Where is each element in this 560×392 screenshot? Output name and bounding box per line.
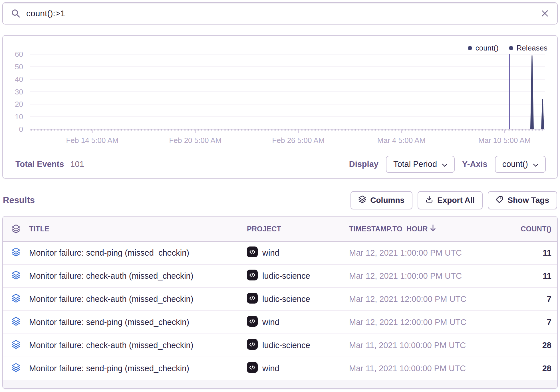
show-tags-button-label: Show Tags bbox=[507, 196, 549, 205]
column-header-timestamp-label: TIMESTAMP.TO_HOUR bbox=[349, 225, 428, 233]
svg-text:10: 10 bbox=[15, 112, 23, 121]
timestamp-value: Mar 12, 2021 12:00:00 PM UTC bbox=[349, 294, 466, 304]
chart-legend: count() Releases bbox=[468, 44, 547, 52]
results-table: TITLE PROJECT TIMESTAMP.TO_HOUR COUNT() … bbox=[2, 216, 558, 389]
event-title-link[interactable]: Monitor failure: send-ping (missed_check… bbox=[29, 248, 189, 258]
chart-footer: Total Events 101 Display Total Period Y-… bbox=[3, 150, 557, 178]
legend-label-count: count() bbox=[476, 44, 499, 52]
yaxis-select[interactable]: count() bbox=[495, 156, 546, 173]
event-stack-icon[interactable] bbox=[12, 270, 20, 282]
project-name[interactable]: wind bbox=[262, 364, 279, 373]
project-name[interactable]: wind bbox=[262, 248, 279, 258]
timestamp-value: Mar 12, 2021 1:00:00 PM UTC bbox=[349, 271, 462, 281]
event-stack-icon[interactable] bbox=[12, 340, 20, 351]
show-tags-button[interactable]: Show Tags bbox=[488, 191, 557, 209]
svg-text:30: 30 bbox=[15, 88, 23, 96]
discover-page: count():>1 0102030405060Feb 14 5:00 AMFe… bbox=[0, 0, 560, 391]
columns-button[interactable]: Columns bbox=[350, 191, 412, 209]
layers-icon bbox=[358, 195, 366, 205]
event-stack-icon[interactable] bbox=[12, 317, 20, 328]
table-header-row: TITLE PROJECT TIMESTAMP.TO_HOUR COUNT() bbox=[3, 217, 557, 242]
svg-text:Feb 26 5:00 AM: Feb 26 5:00 AM bbox=[272, 136, 325, 145]
svg-text:50: 50 bbox=[15, 62, 23, 71]
search-icon bbox=[11, 9, 21, 18]
display-select[interactable]: Total Period bbox=[386, 156, 455, 173]
svg-text:Mar 4 5:00 AM: Mar 4 5:00 AM bbox=[377, 136, 426, 145]
timestamp-value: Mar 12, 2021 12:00:00 PM UTC bbox=[349, 318, 466, 327]
count-value: 11 bbox=[543, 271, 551, 281]
results-title: Results bbox=[3, 195, 35, 205]
download-icon bbox=[426, 196, 433, 205]
event-stack-icon[interactable] bbox=[12, 363, 20, 374]
search-input[interactable]: count():>1 bbox=[26, 9, 535, 18]
svg-text:Feb 20 5:00 AM: Feb 20 5:00 AM bbox=[169, 136, 222, 145]
column-header-title[interactable]: TITLE bbox=[29, 225, 247, 233]
legend-dot-releases-icon bbox=[509, 46, 513, 50]
events-chart-panel: 0102030405060Feb 14 5:00 AMFeb 20 5:00 A… bbox=[2, 35, 558, 179]
chevron-down-icon bbox=[442, 159, 447, 169]
table-body: Monitor failure: send-ping (missed_check… bbox=[3, 242, 557, 380]
timestamp-value: Mar 12, 2021 1:00:00 PM UTC bbox=[349, 248, 462, 258]
table-row: Monitor failure: send-ping (missed_check… bbox=[3, 242, 557, 265]
event-title-link[interactable]: Monitor failure: send-ping (missed_check… bbox=[29, 364, 189, 373]
event-stack-icon[interactable] bbox=[12, 247, 20, 259]
export-all-button[interactable]: Export All bbox=[418, 191, 483, 209]
svg-text:40: 40 bbox=[15, 75, 23, 84]
count-value: 28 bbox=[542, 341, 551, 350]
event-title-link[interactable]: Monitor failure: check-auth (missed_chec… bbox=[29, 341, 193, 350]
table-row: Monitor failure: send-ping (missed_check… bbox=[3, 357, 557, 380]
project-platform-icon bbox=[247, 293, 258, 306]
svg-text:Mar 10 5:00 AM: Mar 10 5:00 AM bbox=[478, 136, 531, 145]
table-row: Monitor failure: check-auth (missed_chec… bbox=[3, 288, 557, 311]
legend-entry-count[interactable]: count() bbox=[468, 44, 499, 52]
legend-label-releases: Releases bbox=[517, 44, 547, 52]
event-title-link[interactable]: Monitor failure: send-ping (missed_check… bbox=[29, 318, 189, 327]
project-name[interactable]: ludic-science bbox=[262, 341, 310, 350]
yaxis-label: Y-Axis bbox=[462, 159, 488, 169]
event-title-link[interactable]: Monitor failure: check-auth (missed_chec… bbox=[29, 271, 193, 281]
svg-text:20: 20 bbox=[15, 100, 23, 108]
chevron-down-icon bbox=[533, 159, 538, 169]
svg-text:0: 0 bbox=[19, 125, 23, 134]
tag-icon bbox=[496, 196, 503, 205]
project-platform-icon bbox=[247, 246, 258, 259]
project-platform-icon bbox=[247, 270, 258, 282]
sort-desc-arrow-icon bbox=[430, 224, 436, 233]
project-name[interactable]: ludic-science bbox=[262, 294, 310, 304]
legend-dot-count-icon bbox=[468, 46, 472, 50]
svg-text:Feb 14 5:00 AM: Feb 14 5:00 AM bbox=[66, 136, 119, 145]
table-row: Monitor failure: check-auth (missed_chec… bbox=[3, 334, 557, 357]
total-events-value: 101 bbox=[70, 159, 84, 169]
count-value: 11 bbox=[543, 248, 551, 258]
event-title-link[interactable]: Monitor failure: check-auth (missed_chec… bbox=[29, 294, 193, 304]
count-value: 7 bbox=[547, 318, 551, 327]
events-chart[interactable]: 0102030405060Feb 14 5:00 AMFeb 20 5:00 A… bbox=[3, 36, 557, 150]
project-platform-icon bbox=[247, 362, 258, 375]
project-platform-icon bbox=[247, 339, 258, 352]
total-events-label: Total Events bbox=[15, 159, 64, 169]
display-select-value: Total Period bbox=[393, 159, 437, 169]
table-footer-strip bbox=[3, 380, 557, 388]
project-name[interactable]: wind bbox=[262, 318, 279, 327]
table-row: Monitor failure: check-auth (missed_chec… bbox=[3, 265, 557, 288]
results-bar: Results Columns Export All Show Tags bbox=[2, 191, 558, 209]
display-label: Display bbox=[349, 159, 378, 169]
column-header-timestamp[interactable]: TIMESTAMP.TO_HOUR bbox=[349, 224, 492, 233]
clear-search-icon[interactable] bbox=[541, 9, 549, 18]
chart-area: 0102030405060Feb 14 5:00 AMFeb 20 5:00 A… bbox=[3, 36, 557, 150]
project-name[interactable]: ludic-science bbox=[262, 271, 310, 281]
search-bar[interactable]: count():>1 bbox=[2, 2, 558, 25]
event-stack-icon[interactable] bbox=[12, 294, 20, 305]
column-header-project[interactable]: PROJECT bbox=[247, 225, 349, 233]
header-stack-icon[interactable] bbox=[3, 224, 29, 234]
column-header-count[interactable]: COUNT() bbox=[492, 225, 557, 233]
project-platform-icon bbox=[247, 316, 258, 329]
legend-entry-releases[interactable]: Releases bbox=[509, 44, 547, 52]
svg-text:60: 60 bbox=[15, 50, 23, 58]
count-value: 7 bbox=[547, 294, 551, 304]
columns-button-label: Columns bbox=[370, 196, 404, 205]
timestamp-value: Mar 11, 2021 10:00:00 PM UTC bbox=[349, 364, 466, 373]
export-all-button-label: Export All bbox=[437, 196, 475, 205]
timestamp-value: Mar 11, 2021 10:00:00 PM UTC bbox=[349, 341, 466, 350]
count-value: 28 bbox=[542, 364, 551, 373]
